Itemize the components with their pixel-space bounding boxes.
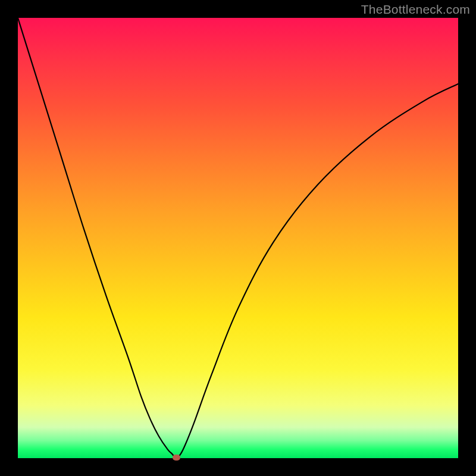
plot-area — [18, 18, 458, 458]
bottleneck-curve — [18, 18, 458, 458]
optimal-point-marker — [173, 455, 180, 461]
watermark-text: TheBottleneck.com — [361, 2, 470, 17]
chart-frame: TheBottleneck.com — [0, 0, 476, 476]
